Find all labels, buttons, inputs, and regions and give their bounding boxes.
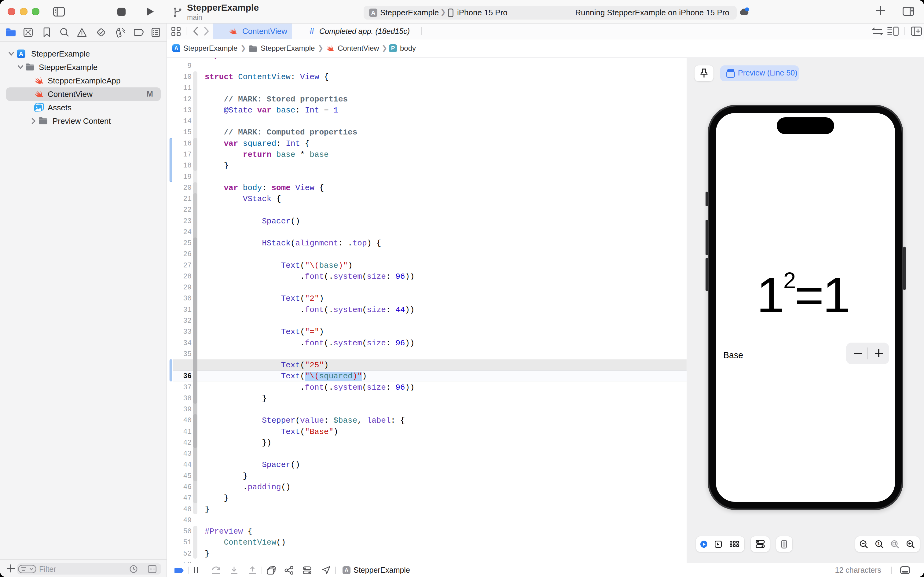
svg-text:1: 1 bbox=[877, 541, 880, 546]
